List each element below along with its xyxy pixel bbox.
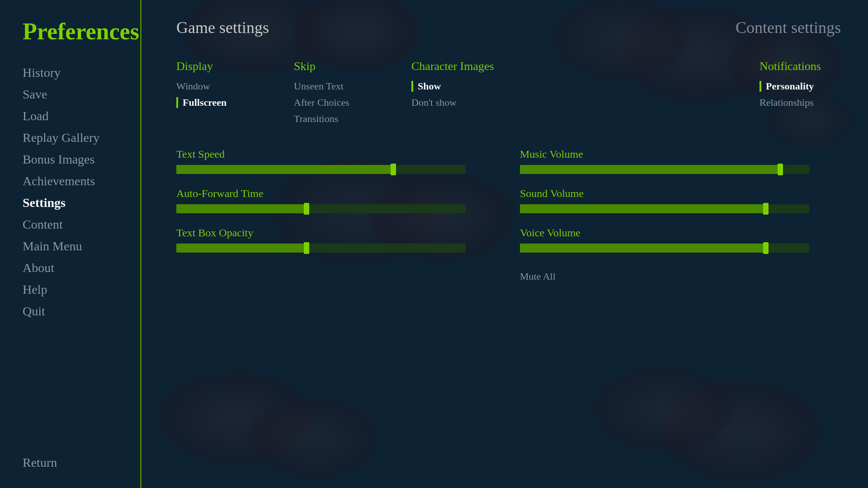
mute-all-button[interactable]: Mute All <box>520 271 809 282</box>
music-volume-label: Music Volume <box>520 148 809 160</box>
sidebar-item-help[interactable]: Help <box>23 280 118 300</box>
notifications-group: Notifications Personality Relationships <box>760 60 841 126</box>
sidebar-item-quit[interactable]: Quit <box>23 301 118 321</box>
sound-volume-label: Sound Volume <box>520 188 809 200</box>
settings-groups: Display Window Fullscreen Skip Unseen Te… <box>176 60 841 126</box>
text-speed-thumb <box>391 164 396 175</box>
text-speed-fill <box>176 165 393 174</box>
auto-forward-time-label: Auto-Forward Time <box>176 188 466 200</box>
display-group: Display Window Fullscreen <box>176 60 258 126</box>
game-settings-title: Game settings <box>176 18 269 37</box>
text-box-opacity-group: Text Box Opacity <box>176 227 466 253</box>
music-volume-thumb <box>778 164 783 175</box>
notifications-relationships-label: Relationships <box>760 97 814 108</box>
auto-forward-time-slider[interactable] <box>176 204 466 213</box>
sidebar-item-save[interactable]: Save <box>23 84 118 104</box>
skip-after-choices-label: After Choices <box>294 97 349 108</box>
music-volume-fill <box>520 165 780 174</box>
sound-volume-thumb <box>763 203 769 215</box>
skip-transitions[interactable]: Transitions <box>294 112 375 126</box>
text-box-opacity-fill <box>176 244 307 253</box>
sidebar-item-settings[interactable]: Settings <box>23 193 118 213</box>
empty-cell <box>176 266 466 282</box>
voice-volume-slider[interactable] <box>520 244 809 253</box>
character-images-show-label: Show <box>418 80 441 92</box>
sidebar-item-return[interactable]: Return <box>23 446 118 470</box>
sidebar-item-about[interactable]: About <box>23 258 118 278</box>
sidebar: Preferences HistorySaveLoadReplay Galler… <box>0 0 140 488</box>
sidebar-item-replay-gallery[interactable]: Replay Gallery <box>23 128 118 148</box>
sidebar-item-achievements[interactable]: Achievements <box>23 171 118 191</box>
voice-volume-thumb <box>763 242 769 254</box>
fullscreen-selected-bar <box>176 97 178 108</box>
skip-title: Skip <box>294 60 375 73</box>
skip-unseen-text-label: Unseen Text <box>294 80 344 92</box>
sidebar-item-history[interactable]: History <box>23 63 118 83</box>
display-window[interactable]: Window <box>176 80 258 93</box>
display-fullscreen-row: Fullscreen <box>176 96 258 109</box>
auto-forward-time-thumb <box>304 203 309 215</box>
text-box-opacity-slider[interactable] <box>176 244 466 253</box>
text-box-opacity-label: Text Box Opacity <box>176 227 466 239</box>
skip-unseen-text[interactable]: Unseen Text <box>294 80 375 93</box>
music-volume-slider[interactable] <box>520 165 809 174</box>
display-title: Display <box>176 60 258 73</box>
sidebar-item-load[interactable]: Load <box>23 106 118 126</box>
personality-selected-bar <box>760 81 761 92</box>
text-speed-slider[interactable] <box>176 165 466 174</box>
voice-volume-fill <box>520 244 766 253</box>
text-box-opacity-thumb <box>304 242 309 254</box>
sound-volume-fill <box>520 204 766 213</box>
auto-forward-time-fill <box>176 204 307 213</box>
text-speed-label: Text Speed <box>176 148 466 160</box>
sound-volume-group: Sound Volume <box>520 188 809 213</box>
sliders-section: Text Speed Music Volume Auto-Forward Tim… <box>176 148 809 282</box>
sidebar-nav: HistorySaveLoadReplay GalleryBonus Image… <box>23 63 118 446</box>
display-fullscreen-label: Fullscreen <box>183 97 226 108</box>
page-title: Preferences <box>23 18 118 45</box>
skip-group: Skip Unseen Text After Choices Transitio… <box>294 60 375 126</box>
notifications-relationships[interactable]: Relationships <box>760 96 841 109</box>
notifications-personality-row: Personality <box>760 80 841 93</box>
content-settings-title: Content settings <box>736 18 841 37</box>
sidebar-divider <box>140 0 142 488</box>
skip-after-choices[interactable]: After Choices <box>294 96 375 109</box>
voice-volume-label: Voice Volume <box>520 227 809 239</box>
main-content: Game settings Content settings Display W… <box>149 0 868 488</box>
sidebar-item-content[interactable]: Content <box>23 215 118 235</box>
display-window-label: Window <box>176 80 210 92</box>
sound-volume-slider[interactable] <box>520 204 809 213</box>
sidebar-item-main-menu[interactable]: Main Menu <box>23 236 118 256</box>
notifications-personality[interactable]: Personality <box>766 80 814 93</box>
character-images-group: Character Images Show Don't show <box>411 60 494 126</box>
character-images-dont-show[interactable]: Don't show <box>411 96 494 109</box>
character-images-show[interactable]: Show <box>418 80 441 93</box>
notifications-personality-label: Personality <box>766 80 814 92</box>
auto-forward-time-group: Auto-Forward Time <box>176 188 466 213</box>
sidebar-item-bonus-images[interactable]: Bonus Images <box>23 150 118 169</box>
skip-transitions-label: Transitions <box>294 113 338 124</box>
character-images-dont-show-label: Don't show <box>411 97 457 108</box>
character-images-show-row: Show <box>411 80 494 93</box>
text-speed-group: Text Speed <box>176 148 466 174</box>
character-images-title: Character Images <box>411 60 494 73</box>
music-volume-group: Music Volume <box>520 148 809 174</box>
display-fullscreen[interactable]: Fullscreen <box>183 96 226 109</box>
voice-volume-group: Voice Volume <box>520 227 809 253</box>
show-selected-bar <box>411 81 413 92</box>
notifications-title: Notifications <box>760 60 841 73</box>
